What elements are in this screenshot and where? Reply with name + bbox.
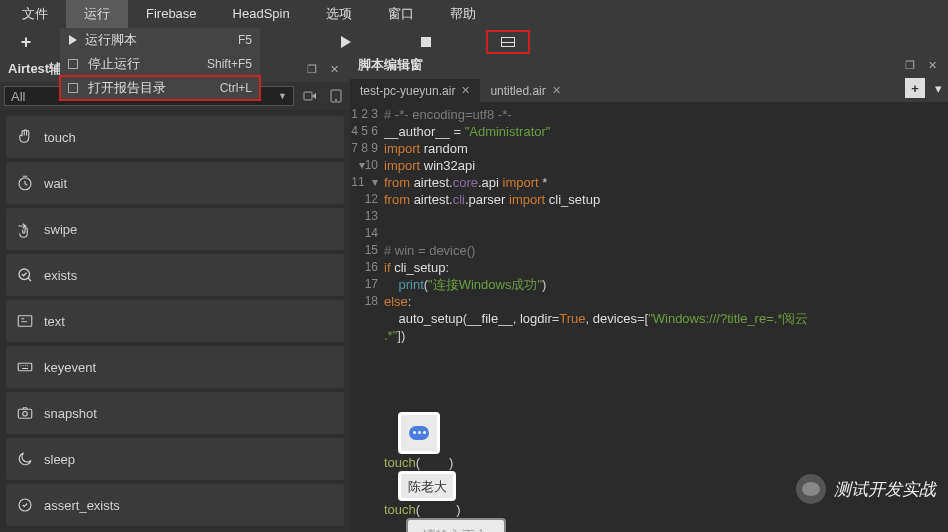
menu-window[interactable]: 窗口 [370,0,432,28]
command-label: snapshot [44,406,97,421]
stop-button[interactable] [406,31,446,53]
dropdown-label: 打开报告目录 [88,79,220,97]
keyboard-icon [16,358,34,376]
chevron-down-icon: ▼ [278,91,287,101]
command-label: text [44,314,65,329]
svg-point-8 [23,412,28,417]
text-icon [16,312,34,330]
command-label: wait [44,176,67,191]
camera-icon [16,404,34,422]
log-button[interactable] [486,30,530,54]
svg-rect-5 [18,316,32,327]
command-list[interactable]: touchwaitswipeexiststextkeyeventsnapshot… [0,110,350,532]
stop-icon [421,37,431,47]
plus-icon: + [21,32,32,53]
command-assert_exists[interactable]: assert_exists [6,484,344,526]
log-icon [501,37,515,47]
command-label: assert_exists [44,498,120,513]
add-button[interactable]: + [6,31,46,53]
tab-file-2[interactable]: untitled.air ✕ [480,79,570,102]
tab-label: untitled.air [490,84,545,98]
menu-options[interactable]: 选项 [308,0,370,28]
command-label: keyevent [44,360,96,375]
assert-icon [16,496,34,514]
check-icon [16,266,34,284]
tab-label: test-pc-yueyun.air [360,84,455,98]
menu-headspin[interactable]: HeadSpin [215,0,308,28]
panel-title: 脚本编辑窗 [358,56,896,74]
dropdown-shortcut: Shift+F5 [207,57,252,71]
dropdown-shortcut: F5 [238,33,252,47]
close-icon[interactable]: ✕ [326,61,342,77]
dropdown-shortcut: Ctrl+L [220,81,252,95]
editor-tabs: test-pc-yueyun.air ✕ untitled.air ✕ + ▾ [350,74,948,102]
dropdown-label: 运行脚本 [85,31,238,49]
watermark: 测试开发实战 [796,474,936,504]
float-icon[interactable]: ❐ [902,57,918,73]
menu-firebase[interactable]: Firebase [128,0,215,28]
command-keyevent[interactable]: keyevent [6,346,344,388]
moon-icon [16,450,34,468]
svg-rect-0 [304,92,312,100]
command-exists[interactable]: exists [6,254,344,296]
chevron-down-icon[interactable]: ▾ [935,81,942,96]
watermark-text: 测试开发实战 [834,478,936,501]
command-label: touch [44,130,76,145]
code-editor[interactable]: 1 2 3 4 5 6 7 8 9 ▾10 11 ▾12 13 14 15 16… [350,102,948,532]
record-icon[interactable] [300,86,320,106]
hand-icon [16,128,34,146]
dropdown-stop-run[interactable]: 停止运行 Shift+F5 [60,52,260,76]
menubar: 文件 运行 Firebase HeadSpin 选项 窗口 帮助 [0,0,948,28]
menu-file[interactable]: 文件 [4,0,66,28]
svg-rect-7 [18,409,32,418]
stop-icon [68,59,78,69]
command-snapshot[interactable]: snapshot [6,392,344,434]
command-touch[interactable]: touch [6,116,344,158]
line-gutter: 1 2 3 4 5 6 7 8 9 ▾10 11 ▾12 13 14 15 16… [350,102,384,532]
right-panel: 脚本编辑窗 ❐ ✕ test-pc-yueyun.air ✕ untitled.… [350,56,948,532]
wechat-icon [796,474,826,504]
float-icon[interactable]: ❐ [304,61,320,77]
svg-point-2 [335,99,337,101]
menu-help[interactable]: 帮助 [432,0,494,28]
add-tab-button[interactable]: + [905,78,925,98]
swipe-icon [16,220,34,238]
command-wait[interactable]: wait [6,162,344,204]
filter-label: All [11,89,25,104]
left-panel: Airtest辅 ❐ ✕ All ▼ touchwaitswipeexistst… [0,56,350,532]
close-icon[interactable]: ✕ [552,84,561,97]
menu-run[interactable]: 运行 [66,0,128,28]
tab-file-1[interactable]: test-pc-yueyun.air ✕ [350,79,480,102]
close-icon[interactable]: ✕ [924,57,940,73]
command-sleep[interactable]: sleep [6,438,344,480]
code-area[interactable]: # -*- encoding=utf8 -*- __author__ = "Ad… [384,102,948,532]
command-label: exists [44,268,77,283]
command-text[interactable]: text [6,300,344,342]
play-icon [341,36,351,48]
right-panel-header: 脚本编辑窗 ❐ ✕ [350,56,948,74]
close-icon[interactable]: ✕ [461,84,470,97]
square-icon [68,83,78,93]
dropdown-run-script[interactable]: 运行脚本 F5 [60,28,260,52]
play-button[interactable] [326,31,366,53]
play-icon [69,35,77,45]
device-icon[interactable] [326,86,346,106]
clock-icon [16,174,34,192]
command-label: sleep [44,452,75,467]
dropdown-label: 停止运行 [88,55,207,73]
command-label: swipe [44,222,77,237]
dropdown-open-report[interactable]: 打开报告目录 Ctrl+L [60,76,260,100]
command-swipe[interactable]: swipe [6,208,344,250]
run-dropdown: 运行脚本 F5 停止运行 Shift+F5 打开报告目录 Ctrl+L [60,28,260,100]
svg-rect-6 [18,363,32,371]
